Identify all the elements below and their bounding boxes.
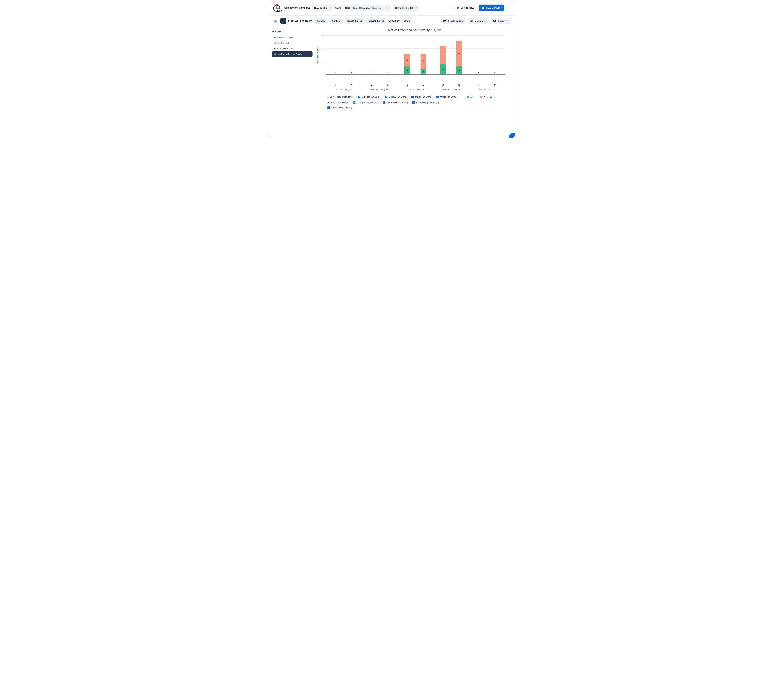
metrics-button[interactable]: Metrics bbox=[468, 18, 489, 24]
below-chart: !_Dev - Resolution time:Blocker (1h 30m)… bbox=[327, 95, 494, 109]
date-to-chip[interactable]: May/30/25 bbox=[366, 18, 386, 24]
select-work-items-label: Select work items by: bbox=[284, 6, 310, 9]
filter-group-label: SLA by Complexity: bbox=[327, 101, 348, 104]
complexity-filter-group: SLA by Complexity:Complexity 1-2 (1h)Com… bbox=[327, 101, 459, 109]
checkbox-icon bbox=[411, 96, 414, 98]
bar-may-05-may-11-s2[interactable]: 0 bbox=[385, 36, 390, 74]
bar-apr-28-may-04-s2[interactable]: 0 bbox=[349, 36, 355, 74]
bar-group: 5362 bbox=[397, 36, 433, 74]
checkbox-complexity-7-48h[interactable]: Complexity 7 (48h) bbox=[327, 106, 352, 109]
week-axis-label: May-05 — May-11 bbox=[362, 89, 397, 91]
bar-segment-met: 2 bbox=[420, 69, 426, 74]
toolbar-actions: Create gadget Metrics Export bbox=[441, 18, 512, 24]
table-view-button[interactable] bbox=[272, 18, 278, 24]
bar-may-12-may-18-s2[interactable]: 62 bbox=[420, 36, 426, 74]
checkbox-minor-4h-30m[interactable]: Minor (4h 30m) bbox=[436, 95, 456, 98]
y-axis-label: Work items Number bbox=[317, 40, 319, 69]
legend-swatch bbox=[467, 96, 469, 98]
bar-group: 00 bbox=[362, 36, 397, 74]
checkbox-blocker-1h-30m[interactable]: Blocker (1h 30m) bbox=[358, 95, 380, 98]
bar-value-label: 6 bbox=[423, 60, 424, 62]
y-axis-tick: 10 bbox=[319, 47, 324, 50]
sla-dropdown[interactable]: [D2] !_Dev - Resolution time, [... bbox=[343, 5, 391, 11]
create-gadget-icon bbox=[443, 19, 446, 22]
created-filter-button[interactable]: Created bbox=[314, 18, 328, 24]
bar-value-label: 2 bbox=[423, 70, 424, 73]
bar-may-26-jun-01-s2[interactable]: 0 bbox=[492, 36, 498, 74]
bar-value-label: 3 bbox=[407, 69, 408, 71]
bar-may-26-jun-01-s1[interactable]: 0 bbox=[476, 36, 482, 74]
sidebar-item-met-vs-exceeded[interactable]: Met vs Exceeded bbox=[272, 40, 313, 46]
checkbox-complexity-3-4-4h[interactable]: Complexity 3-4 (4h) bbox=[383, 101, 408, 104]
chart-view-button[interactable] bbox=[280, 18, 286, 24]
legend-swatch bbox=[481, 96, 482, 98]
export-button[interactable]: Export bbox=[491, 18, 512, 24]
bar-apr-28-may-04-s1[interactable]: 0 bbox=[333, 36, 339, 74]
severity-label-group: S1S2 bbox=[469, 84, 505, 88]
sla-config-dropdown[interactable]: SLA Config bbox=[312, 5, 333, 11]
severity-label-group: S1S2 bbox=[397, 84, 433, 88]
chart-title: Met vs Exceeded per Severity: S1, S2 bbox=[314, 28, 515, 32]
bar-group: 00 bbox=[326, 36, 362, 74]
severity-axis-label: S1 bbox=[369, 84, 374, 88]
clear-date-icon[interactable] bbox=[381, 19, 384, 22]
star-icon bbox=[456, 6, 459, 9]
report-main: Met vs Exceeded per Severity: S1, S2 Wor… bbox=[314, 26, 515, 138]
checkbox-icon bbox=[385, 96, 387, 98]
y-axis-tick: 15 bbox=[319, 34, 324, 37]
filter-group-label: !_Dev - Resolution time: bbox=[327, 95, 353, 98]
checkbox-complexity-5-6-12h[interactable]: Complexity 5-6 (12h) bbox=[412, 101, 439, 104]
week-axis-label: May-19 — May-25 bbox=[433, 89, 469, 91]
checkbox-icon bbox=[327, 106, 330, 109]
checkbox-icon bbox=[358, 96, 360, 98]
checkbox-critical-2h-30m[interactable]: Critical (2h 30m) bbox=[385, 95, 407, 98]
y-axis-tick: 0 bbox=[319, 73, 324, 76]
sidebar-item-sla-success-rate[interactable]: SLA Success Rate bbox=[272, 35, 313, 40]
more-menu-button[interactable] bbox=[506, 5, 512, 11]
custom-filter-button[interactable]: Custom bbox=[330, 18, 342, 24]
select-view-button[interactable]: Select View bbox=[453, 5, 477, 11]
checkbox-complexity-1-2-1h[interactable]: Complexity 1-2 (1h) bbox=[353, 101, 378, 104]
week-axis-label: May-26 — Jun-01 bbox=[469, 89, 505, 91]
bar-segment-met: 3 bbox=[456, 67, 462, 74]
criteria-filters: !_Dev - Resolution time:Blocker (1h 30m)… bbox=[327, 95, 459, 109]
toolbar: Filter work items by: Created Custom May… bbox=[269, 16, 515, 26]
bar-may-19-may-25-s1[interactable]: 74 bbox=[440, 36, 446, 74]
bar-zero-label: 0 bbox=[495, 71, 496, 74]
grid-icon bbox=[274, 19, 277, 23]
severity-axis-label: S1 bbox=[333, 84, 339, 88]
metrics-sliders-icon bbox=[470, 19, 473, 22]
severity-axis-label: S2 bbox=[492, 84, 498, 88]
bar-may-05-may-11-s1[interactable]: 0 bbox=[369, 36, 374, 74]
severity-axis-label: S1 bbox=[440, 84, 446, 88]
group-by-chip[interactable]: Week bbox=[401, 18, 412, 24]
severity-dropdown[interactable]: Severity: S1, S2 bbox=[393, 5, 419, 11]
sla-logo: SLA bbox=[272, 3, 282, 12]
gear-icon bbox=[482, 6, 485, 9]
sidebar-item-statuses-pie-chart[interactable]: Statuses Pie Chart bbox=[272, 46, 313, 51]
bar-segment-exceeded: 6 bbox=[420, 54, 426, 69]
severity-axis-label: S2 bbox=[456, 84, 462, 88]
bar-group: 74103 bbox=[433, 36, 469, 74]
sidebar-item-met-vs-exceeded-per-criteria[interactable]: Met vs Exceeded per Criteria bbox=[272, 51, 313, 57]
clear-date-icon[interactable] bbox=[359, 19, 362, 22]
week-axis-label: Apr-28 — May-04 bbox=[326, 89, 362, 91]
bar-zero-label: 0 bbox=[351, 71, 352, 74]
sla-manager-button[interactable]: SLA Manager bbox=[479, 5, 504, 11]
checkbox-major-3h-30m[interactable]: Major (3h 30m) bbox=[411, 95, 431, 98]
bar-value-label: 10 bbox=[458, 53, 460, 55]
bar-value-label: 3 bbox=[459, 69, 460, 71]
severity-label-group: S1S2 bbox=[326, 84, 362, 88]
severity-axis-label: S2 bbox=[420, 84, 426, 88]
bars-layer: 000053627410300 bbox=[326, 36, 505, 74]
bar-segment-met: 3 bbox=[404, 67, 410, 74]
bar-may-12-may-18-s1[interactable]: 53 bbox=[404, 36, 410, 74]
bar-segment-exceeded: 7 bbox=[440, 46, 446, 64]
bar-may-19-may-25-s2[interactable]: 103 bbox=[456, 36, 462, 74]
chevron-down-icon bbox=[415, 6, 417, 9]
date-from-chip[interactable]: May/01/25 bbox=[344, 18, 364, 24]
create-gadget-button[interactable]: Create gadget bbox=[441, 18, 466, 24]
reports-nav: SLA Success RateMet vs ExceededStatuses … bbox=[272, 35, 313, 57]
sla-label: SLA: bbox=[335, 6, 341, 9]
severity-label-group: S1S2 bbox=[433, 84, 469, 88]
